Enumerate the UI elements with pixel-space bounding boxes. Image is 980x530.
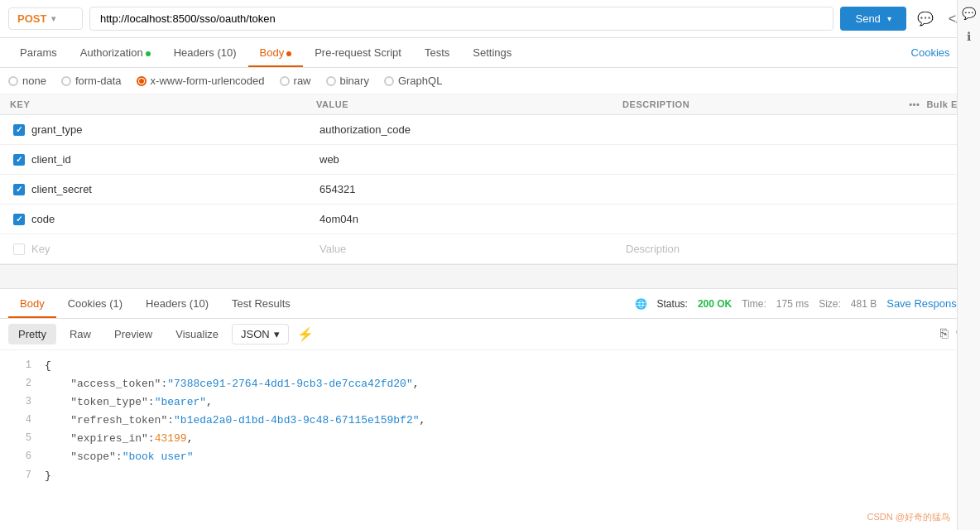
row4-actions	[871, 214, 970, 224]
table-empty-row: Key Value Description	[0, 234, 980, 264]
status-label: Status:	[657, 298, 688, 310]
table-row: client_secret 654321	[0, 175, 980, 205]
method-selector[interactable]: POST ▾	[8, 7, 83, 30]
format-visualize[interactable]: Visualize	[166, 324, 228, 344]
globe-icon: 🌐	[635, 298, 647, 310]
radio-circle-urlencoded	[137, 76, 147, 86]
cookies-link[interactable]: Cookies	[911, 46, 950, 59]
format-raw[interactable]: Raw	[60, 324, 101, 344]
tab-tests[interactable]: Tests	[413, 38, 461, 67]
row1-checkbox[interactable]	[13, 124, 25, 136]
response-tab-headers[interactable]: Headers (10)	[134, 289, 220, 318]
more-icon[interactable]: •••	[909, 99, 920, 109]
row1-actions	[871, 125, 970, 135]
row2-actions: 🗑	[871, 148, 970, 171]
watermark: CSDN @好奇的猛鸟	[867, 511, 950, 523]
json-response-content: 1 { 2 "access_token": "7388ce91-2764-4dd…	[0, 350, 980, 492]
radio-raw[interactable]: raw	[280, 75, 311, 87]
row3-value[interactable]: 654321	[319, 183, 355, 195]
row1-desc-cell	[622, 125, 871, 135]
json-type-label: JSON	[241, 328, 270, 340]
radio-circle-binary	[326, 76, 336, 86]
send-chevron: ▾	[887, 14, 891, 23]
col-value: VALUE	[316, 99, 622, 109]
table-header: KEY VALUE DESCRIPTION ••• Bulk Edit	[0, 94, 980, 115]
radio-graphql[interactable]: GraphQL	[384, 75, 442, 87]
params-table: KEY VALUE DESCRIPTION ••• Bulk Edit gran…	[0, 94, 980, 264]
tab-body[interactable]: Body	[248, 38, 304, 67]
size-value: 481 B	[851, 298, 877, 310]
url-input[interactable]	[89, 7, 833, 31]
empty-value-placeholder[interactable]: Value	[319, 243, 346, 255]
row4-value-cell: 4om04n	[316, 208, 622, 230]
empty-desc-placeholder[interactable]: Description	[626, 243, 680, 255]
row4-key-cell: code	[10, 208, 316, 230]
radio-circle-raw	[280, 76, 290, 86]
format-pretty[interactable]: Pretty	[8, 324, 56, 344]
table-row: code 4om04n	[0, 205, 980, 234]
json-type-selector[interactable]: JSON ▾	[232, 324, 289, 344]
right-sidebar: 💬 ℹ	[957, 0, 980, 530]
row2-desc-cell	[622, 155, 871, 165]
row2-key-cell: client_id	[10, 148, 316, 171]
format-preview[interactable]: Preview	[104, 324, 162, 344]
empty-key-cell: Key	[10, 238, 316, 260]
radio-none[interactable]: none	[8, 75, 46, 87]
row1-key-cell: grant_type	[10, 118, 316, 141]
json-line-6: 6 "scope": "book user"	[0, 448, 980, 466]
time-value: 175 ms	[776, 298, 809, 310]
row3-actions	[871, 185, 970, 195]
row4-checkbox[interactable]	[13, 214, 25, 225]
row4-key[interactable]: code	[31, 213, 55, 225]
json-line-3: 3 "token_type": "bearer",	[0, 393, 980, 412]
row3-checkbox[interactable]	[13, 184, 25, 195]
filter-icon[interactable]: ⚡	[297, 326, 314, 342]
size-label: Size:	[819, 298, 841, 310]
empty-actions	[871, 244, 970, 254]
row1-key[interactable]: grant_type	[31, 123, 82, 136]
copy-icon[interactable]: ⎘	[940, 326, 949, 342]
col-description: DESCRIPTION	[622, 99, 871, 109]
response-tab-body[interactable]: Body	[8, 289, 56, 318]
radio-circle-graphql	[384, 76, 394, 86]
format-row: Pretty Raw Preview Visualize JSON ▾ ⚡ ⎘ …	[0, 319, 980, 350]
radio-circle-none	[8, 76, 18, 86]
send-label: Send	[855, 12, 880, 25]
sidebar-icon-1[interactable]: 💬	[962, 7, 976, 20]
response-tab-test-results[interactable]: Test Results	[220, 289, 302, 318]
radio-binary[interactable]: binary	[326, 75, 369, 87]
empty-value-cell: Value	[316, 238, 622, 260]
empty-checkbox[interactable]	[13, 243, 25, 255]
empty-key-placeholder[interactable]: Key	[31, 243, 50, 255]
table-row: client_id web 🗑	[0, 145, 980, 175]
row2-key[interactable]: client_id	[31, 153, 71, 166]
radio-form-data[interactable]: form-data	[61, 75, 122, 87]
tab-settings[interactable]: Settings	[461, 38, 523, 67]
row2-value[interactable]: web	[319, 153, 339, 166]
row2-value-cell: web	[316, 148, 622, 171]
row2-checkbox[interactable]	[13, 154, 25, 166]
row3-key-cell: client_secret	[10, 178, 316, 200]
row3-value-cell: 654321	[316, 178, 622, 200]
tab-pre-request[interactable]: Pre-request Script	[303, 38, 413, 67]
json-line-7: 7 }	[0, 467, 980, 485]
tab-authorization[interactable]: Authorization	[69, 38, 162, 67]
row4-desc-cell	[622, 214, 871, 224]
row3-key[interactable]: client_secret	[31, 183, 92, 195]
comments-icon[interactable]: 💬	[913, 7, 938, 31]
sidebar-icon-2[interactable]: ℹ	[967, 30, 971, 43]
body-type-row: none form-data x-www-form-urlencoded raw…	[0, 68, 980, 94]
tab-params[interactable]: Params	[8, 38, 69, 67]
tab-headers[interactable]: Headers (10)	[162, 38, 248, 67]
row3-desc-cell	[622, 185, 871, 195]
json-line-2: 2 "access_token": "7388ce91-2764-4dd1-9c…	[0, 375, 980, 393]
response-status: 🌐 Status: 200 OK Time: 175 ms Size: 481 …	[635, 297, 972, 310]
app-container: POST ▾ Send ▾ 💬 </> Params Authorization…	[0, 0, 980, 530]
row1-value[interactable]: authorization_code	[319, 123, 411, 136]
response-tab-cookies[interactable]: Cookies (1)	[56, 289, 134, 318]
radio-circle-form-data	[61, 76, 71, 86]
col-actions: ••• Bulk Edit	[871, 99, 970, 109]
radio-urlencoded[interactable]: x-www-form-urlencoded	[137, 75, 265, 87]
send-button[interactable]: Send ▾	[840, 7, 906, 31]
row4-value[interactable]: 4om04n	[319, 213, 358, 225]
